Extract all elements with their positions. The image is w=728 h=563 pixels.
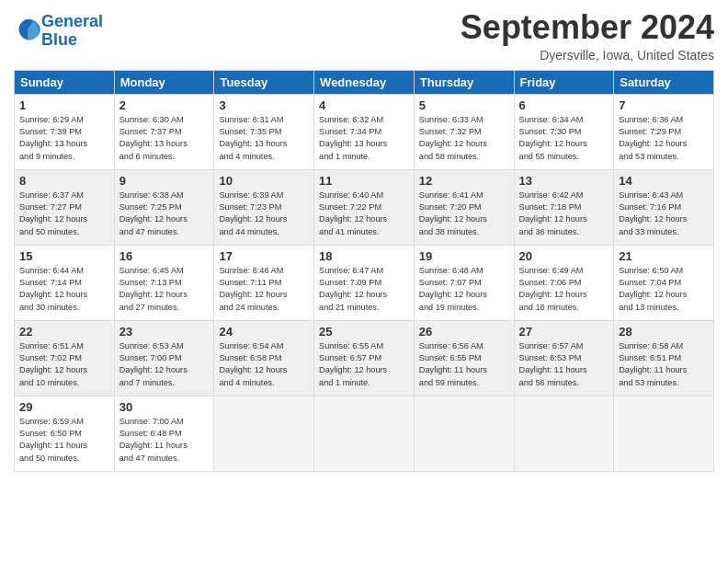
cell-text: Sunrise: 6:37 AM xyxy=(19,190,109,201)
table-row: 21Sunrise: 6:50 AMSunset: 7:04 PMDayligh… xyxy=(614,245,714,320)
cell-text: and 4 minutes. xyxy=(219,377,309,389)
cell-text: Sunset: 7:37 PM xyxy=(119,126,210,138)
day-number: 20 xyxy=(519,249,609,263)
cell-text: Sunset: 7:25 PM xyxy=(119,201,210,213)
cell-text: Sunrise: 6:45 AM xyxy=(119,265,210,277)
table-row: 30Sunrise: 7:00 AMSunset: 6:48 PMDayligh… xyxy=(114,396,214,471)
cell-text: and 44 minutes. xyxy=(219,226,309,238)
cell-text: Sunrise: 6:30 AM xyxy=(119,114,210,126)
table-row: 27Sunrise: 6:57 AMSunset: 6:53 PMDayligh… xyxy=(514,320,614,396)
cell-text: Sunrise: 6:48 AM xyxy=(419,265,509,277)
col-sunday: Sunday xyxy=(15,70,115,94)
table-row: 24Sunrise: 6:54 AMSunset: 6:58 PMDayligh… xyxy=(214,320,314,396)
cell-text: Sunrise: 6:31 AM xyxy=(219,114,309,126)
cell-text: Sunrise: 6:57 AM xyxy=(519,340,609,352)
cell-text: Sunset: 7:18 PM xyxy=(519,201,609,213)
day-number: 16 xyxy=(119,249,210,263)
cell-text: Daylight: 12 hours xyxy=(419,213,509,225)
cell-text: Daylight: 11 hours xyxy=(619,364,709,376)
col-thursday: Thursday xyxy=(414,70,514,94)
cell-text: Sunrise: 6:58 AM xyxy=(619,340,709,352)
cell-text: and 59 minutes. xyxy=(419,377,509,389)
cell-text: and 50 minutes. xyxy=(19,453,109,465)
day-number: 25 xyxy=(319,325,409,339)
cell-text: and 9 minutes. xyxy=(19,151,109,163)
table-row: 15Sunrise: 6:44 AMSunset: 7:14 PMDayligh… xyxy=(15,245,115,320)
cell-text: Daylight: 13 hours xyxy=(219,138,309,150)
table-row: 7Sunrise: 6:36 AMSunset: 7:29 PMDaylight… xyxy=(614,94,714,169)
day-number: 29 xyxy=(19,400,109,414)
table-row: 28Sunrise: 6:58 AMSunset: 6:51 PMDayligh… xyxy=(614,320,714,396)
table-row: 16Sunrise: 6:45 AMSunset: 7:13 PMDayligh… xyxy=(114,245,214,320)
cell-text: Sunset: 7:22 PM xyxy=(319,201,409,213)
table-row: 22Sunrise: 6:51 AMSunset: 7:02 PMDayligh… xyxy=(15,320,115,396)
cell-text: Sunset: 7:16 PM xyxy=(619,201,709,213)
cell-text: Sunset: 7:35 PM xyxy=(219,126,309,138)
calendar-week-row: 22Sunrise: 6:51 AMSunset: 7:02 PMDayligh… xyxy=(15,320,714,396)
cell-text: Daylight: 12 hours xyxy=(19,289,109,301)
day-number: 10 xyxy=(219,174,309,188)
cell-text: Sunset: 6:51 PM xyxy=(619,352,709,364)
table-row: 26Sunrise: 6:56 AMSunset: 6:55 PMDayligh… xyxy=(414,320,514,396)
table-row xyxy=(614,396,714,471)
cell-text: and 47 minutes. xyxy=(119,226,210,238)
cell-text: and 19 minutes. xyxy=(419,302,509,314)
cell-text: and 27 minutes. xyxy=(119,302,210,314)
cell-text: Daylight: 12 hours xyxy=(219,289,309,301)
calendar-table: Sunday Monday Tuesday Wednesday Thursday… xyxy=(14,70,714,472)
col-wednesday: Wednesday xyxy=(314,70,415,94)
cell-text: and 36 minutes. xyxy=(519,226,609,238)
cell-text: Sunset: 6:48 PM xyxy=(119,428,210,440)
cell-text: Sunrise: 6:29 AM xyxy=(19,114,109,126)
cell-text: Sunset: 7:23 PM xyxy=(219,201,309,213)
table-row: 12Sunrise: 6:41 AMSunset: 7:20 PMDayligh… xyxy=(414,169,514,245)
logo-text: General Blue xyxy=(41,13,103,50)
header-row: Sunday Monday Tuesday Wednesday Thursday… xyxy=(15,70,714,94)
day-number: 4 xyxy=(319,98,409,112)
cell-text: Sunrise: 6:32 AM xyxy=(319,114,409,126)
cell-text: and 53 minutes. xyxy=(619,151,709,163)
table-row: 3Sunrise: 6:31 AMSunset: 7:35 PMDaylight… xyxy=(214,94,314,169)
calendar-week-row: 8Sunrise: 6:37 AMSunset: 7:27 PMDaylight… xyxy=(15,169,714,245)
cell-text: and 10 minutes. xyxy=(19,377,109,389)
cell-text: and 33 minutes. xyxy=(619,226,709,238)
cell-text: Sunrise: 6:34 AM xyxy=(519,114,609,126)
cell-text: Sunset: 7:04 PM xyxy=(619,277,709,289)
day-number: 12 xyxy=(419,174,509,188)
table-row: 9Sunrise: 6:38 AMSunset: 7:25 PMDaylight… xyxy=(114,169,214,245)
cell-text: Sunrise: 6:49 AM xyxy=(519,265,609,277)
cell-text: and 53 minutes. xyxy=(619,377,709,389)
header: General Blue September 2024 Dyersville, … xyxy=(14,9,714,63)
table-row xyxy=(514,396,614,471)
cell-text: Sunrise: 6:51 AM xyxy=(19,340,109,352)
day-number: 7 xyxy=(619,98,709,112)
day-number: 30 xyxy=(119,400,210,414)
cell-text: and 47 minutes. xyxy=(119,453,210,465)
table-row: 23Sunrise: 6:53 AMSunset: 7:00 PMDayligh… xyxy=(114,320,214,396)
cell-text: Daylight: 12 hours xyxy=(319,364,409,376)
cell-text: Sunrise: 6:36 AM xyxy=(619,114,709,126)
day-number: 26 xyxy=(419,325,509,339)
table-row: 1Sunrise: 6:29 AMSunset: 7:39 PMDaylight… xyxy=(15,94,115,169)
table-row: 18Sunrise: 6:47 AMSunset: 7:09 PMDayligh… xyxy=(314,245,415,320)
table-row: 13Sunrise: 6:42 AMSunset: 7:18 PMDayligh… xyxy=(514,169,614,245)
cell-text: Daylight: 12 hours xyxy=(319,213,409,225)
cell-text: Daylight: 12 hours xyxy=(219,213,309,225)
table-row: 17Sunrise: 6:46 AMSunset: 7:11 PMDayligh… xyxy=(214,245,314,320)
col-friday: Friday xyxy=(514,70,614,94)
cell-text: and 38 minutes. xyxy=(419,226,509,238)
table-row: 4Sunrise: 6:32 AMSunset: 7:34 PMDaylight… xyxy=(314,94,415,169)
cell-text: Sunrise: 6:39 AM xyxy=(219,190,309,201)
table-row: 11Sunrise: 6:40 AMSunset: 7:22 PMDayligh… xyxy=(314,169,415,245)
day-number: 23 xyxy=(119,325,210,339)
cell-text: Sunset: 6:53 PM xyxy=(519,352,609,364)
cell-text: Daylight: 12 hours xyxy=(419,138,509,150)
cell-text: Sunset: 7:07 PM xyxy=(419,277,509,289)
cell-text: Sunset: 7:14 PM xyxy=(19,277,109,289)
cell-text: and 56 minutes. xyxy=(519,377,609,389)
logo-line1: General xyxy=(41,12,103,30)
cell-text: Sunrise: 6:42 AM xyxy=(519,190,609,201)
cell-text: Sunrise: 6:33 AM xyxy=(419,114,509,126)
month-title: September 2024 xyxy=(461,9,714,46)
col-saturday: Saturday xyxy=(614,70,714,94)
